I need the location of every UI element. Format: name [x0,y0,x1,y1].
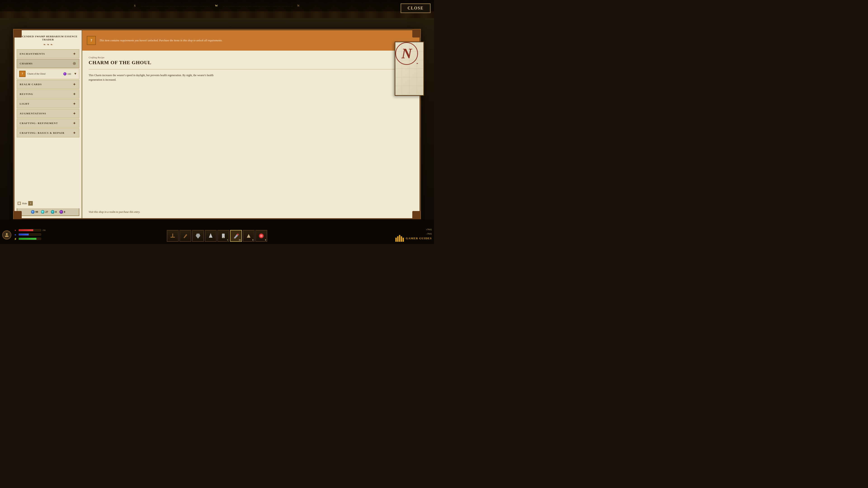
menu-item-crafting-refinement[interactable]: CRAFTING: REFINEMENT [17,119,79,128]
gg-bar-4 [401,236,402,242]
compass-bar: S ......................................… [134,4,300,7]
mana-bar [19,233,41,236]
gg-bar-5 [403,238,404,242]
currency-purple-value: 0 [64,210,65,214]
hud-bottom: ♥ 156 ◈ ⚡ [0,219,434,244]
gem-purple-icon [59,210,63,214]
menu-item-charms[interactable]: CHARMS [17,59,79,68]
hotbar-slot-7[interactable]: 8 [243,230,254,242]
svg-point-15 [237,234,239,235]
currency-teal: 0 [51,210,57,214]
compass-n: N [297,4,300,7]
pelt-label-1: r Pelt) [426,228,432,231]
health-bar-fill [19,229,33,231]
close-button[interactable]: CLOSE [401,3,431,13]
book-n-circle: N ❧ [395,42,418,65]
hotbar-slot-5[interactable]: 5 [217,230,229,242]
currency-cyan-value: 27 [45,210,48,214]
hotbar: 5 16 8 [167,230,267,242]
corner-decoration-bl [13,211,22,219]
svg-point-17 [260,235,262,237]
item-detail-area: Crafting Recipe CHARM OF THE GHOUL This … [82,51,420,218]
stamina-icon: ⚡ [13,237,17,240]
menu-item-realm-cards[interactable]: REALM CARDS [17,80,79,89]
shop-panel: ASCENDED SWAMP HERBARIUM ESSENCE TRADER … [13,29,421,219]
hide-row: Hide ? [17,199,79,207]
health-value: 156 [42,229,48,231]
hotbar-icon-3 [194,232,202,240]
svg-rect-12 [172,234,173,237]
augmentations-icon [72,111,76,116]
menu-item-augmentations[interactable]: AUGMENTATIONS [17,109,79,118]
crafting-basics-label: CRAFTING: BASICS & REPAIR [20,131,64,134]
compass-w: W [215,4,219,7]
book-n-letter: N [401,45,412,62]
mana-icon: ◈ [13,233,17,236]
currency-blue-value: 99 [35,210,38,214]
resting-icon [72,92,76,96]
gem-teal-icon [51,210,55,214]
hotbar-icon-2 [181,232,189,240]
gamer-guides-logo: GAMER GUIDES [395,235,432,242]
book-card-decoration: N ❧ [395,41,424,96]
gamer-guides-text: GAMER GUIDES [406,236,432,240]
warning-banner: ? This item contains requirements you ha… [82,30,420,51]
left-panel: ASCENDED SWAMP HERBARIUM ESSENCE TRADER … [14,30,82,218]
slot-6-count: 16 [239,239,241,241]
menu-item-resting[interactable]: RESTING [17,90,79,98]
hotbar-slot-4[interactable] [205,230,217,242]
currency-blue: 99 [31,210,38,214]
charms-icon [72,61,76,66]
hotbar-slot-3[interactable] [192,230,204,242]
hotbar-slot-8[interactable]: 8 [255,230,267,242]
realm-cards-icon [72,82,76,86]
heart-icon: ♥ [13,228,17,232]
item-separator [89,69,413,69]
stamina-bar-fill [19,238,36,240]
right-panel: ? This item contains requirements you ha… [82,30,420,218]
warning-text: This item contains requirements you have… [99,38,222,42]
gem-blue-icon [31,210,35,214]
light-label: LIGHT [20,102,30,105]
svg-point-1 [74,63,75,64]
mana-bar-row: ◈ [13,233,48,236]
hide-label: Hide [22,202,27,205]
gem-cyan-icon [41,210,44,214]
health-bar [19,229,41,231]
svg-point-14 [223,237,224,238]
pelt-labels: r Pelt) - Pelt) [426,228,432,235]
charm-price: 100 [63,72,71,75]
hotbar-icon-7 [245,232,253,240]
health-bar-row: ♥ 156 [13,228,48,232]
augmentations-label: AUGMENTATIONS [20,112,46,115]
hotbar-slot-1[interactable] [167,230,179,242]
shop-title: ASCENDED SWAMP HERBARIUM ESSENCE TRADER [17,35,79,41]
corner-decoration-tr [412,29,421,37]
charm-question-icon: ? [19,71,26,77]
gg-bars-icon [395,235,404,242]
realm-cards-label: REALM CARDS [20,83,42,86]
pelt-label-2: - Pelt) [426,232,432,235]
shop-ornament: ❧ ❧ ❧ [17,43,79,46]
hotbar-slot-2[interactable] [180,230,191,242]
compass-s: S [134,4,136,7]
menu-list: ENCHANTMENTS CHARMS ? [17,49,79,198]
currency-purple: 0 [59,210,65,214]
hotbar-slot-6[interactable]: 16 [230,230,242,242]
player-avatar [2,230,11,239]
menu-item-enchantments[interactable]: ENCHANTMENTS [17,49,79,58]
slot-8-count: 8 [265,239,266,241]
enchantments-icon [72,52,76,56]
hide-question-icon: ? [28,201,33,205]
charm-sub-item-ghoul[interactable]: ? Charm of the Ghoul 100 ▼ [17,69,79,79]
hotbar-icon-1 [168,232,177,240]
menu-item-crafting-basics[interactable]: CRAFTING: BASICS & REPAIR [17,128,79,137]
hotbar-icon-4 [207,232,215,240]
menu-item-light[interactable]: LIGHT [17,99,79,108]
hide-checkbox[interactable] [18,202,21,205]
price-gem-icon [63,72,66,75]
crafting-recipe-label: Crafting Recipe [89,56,413,59]
slot-7-count: 8 [252,239,254,241]
crafting-refinement-icon [72,121,76,125]
crafting-refinement-label: CRAFTING: REFINEMENT [20,122,58,125]
